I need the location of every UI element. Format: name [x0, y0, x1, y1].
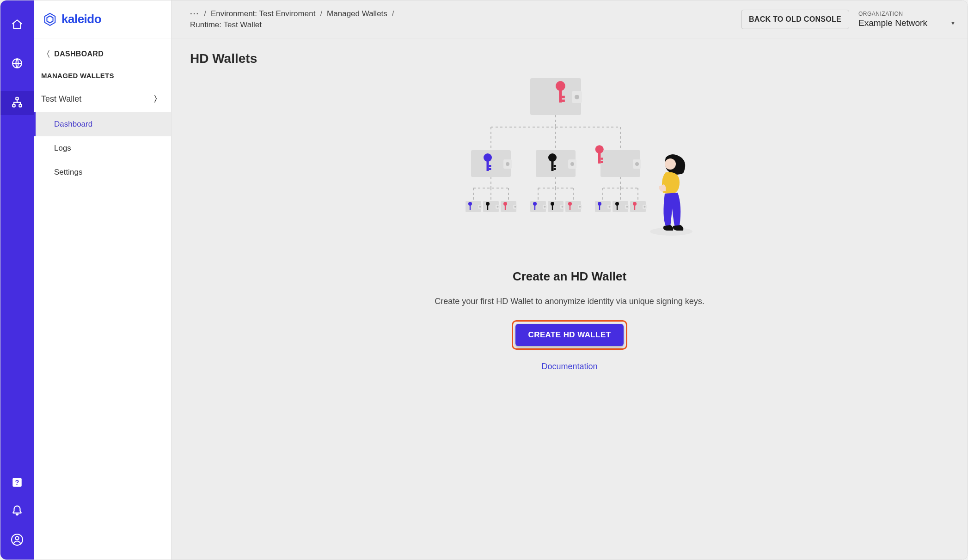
sidebar-wallet-row[interactable]: Test Wallet 〉	[34, 86, 171, 112]
hero-illustration	[190, 75, 949, 251]
brand-logo: kaleido	[43, 12, 101, 26]
bell-icon	[11, 505, 23, 519]
rail-home[interactable]	[0, 13, 34, 37]
network-icon	[11, 96, 23, 110]
sidebar: kaleido 〈 DASHBOARD MANAGED WALLETS Test…	[34, 0, 172, 560]
hero: Create an HD Wallet Create your first HD…	[190, 75, 949, 371]
create-hd-wallet-button[interactable]: CREATE HD WALLET	[515, 324, 624, 346]
rail-globe[interactable]	[0, 52, 34, 76]
back-to-old-console-button[interactable]: BACK TO OLD CONSOLE	[741, 10, 849, 29]
globe-icon	[11, 57, 23, 71]
breadcrumb-category[interactable]: Managed Wallets	[327, 9, 387, 18]
svg-marker-8	[45, 13, 55, 25]
nav-rail: ?	[0, 0, 34, 560]
sidebar-section-label: MANAGED WALLETS	[34, 65, 171, 86]
chevron-right-icon: 〉	[153, 93, 162, 104]
chevron-left-icon: 〈	[42, 49, 50, 60]
sidebar-item-label: Dashboard	[54, 120, 92, 128]
brand-name: kaleido	[61, 12, 101, 26]
breadcrumb-more[interactable]: ···	[190, 9, 199, 18]
breadcrumb-env[interactable]: Environment: Test Enviroment	[211, 9, 315, 18]
page-title: HD Wallets	[190, 51, 949, 66]
hd-wallet-diagram-icon	[440, 75, 699, 251]
content: HD Wallets	[172, 38, 968, 560]
sidebar-item-logs[interactable]: Logs	[34, 136, 171, 160]
sidebar-back[interactable]: 〈 DASHBOARD	[34, 38, 171, 65]
sidebar-item-label: Settings	[54, 168, 82, 177]
user-icon	[11, 534, 23, 548]
sidebar-item-label: Logs	[54, 144, 71, 152]
org-value: Example Network	[858, 18, 927, 28]
svg-point-7	[15, 536, 18, 540]
help-icon: ?	[11, 476, 23, 490]
home-icon	[11, 18, 23, 32]
breadcrumb-sep: /	[392, 9, 394, 18]
documentation-link[interactable]: Documentation	[541, 362, 597, 371]
sidebar-wallet-name: Test Wallet	[41, 94, 81, 104]
rail-help[interactable]: ?	[0, 476, 34, 490]
org-label: ORGANIZATION	[858, 11, 956, 17]
rail-user[interactable]	[0, 534, 34, 548]
breadcrumb-sep: /	[320, 9, 322, 18]
breadcrumb: ··· / Environment: Test Enviroment / Man…	[190, 9, 732, 30]
hero-title: Create an HD Wallet	[513, 269, 626, 284]
breadcrumb-sep: /	[204, 9, 206, 18]
svg-text:?: ?	[15, 478, 19, 486]
topbar: ··· / Environment: Test Enviroment / Man…	[172, 0, 968, 38]
hero-subtitle: Create your first HD Wallet to anonymize…	[435, 297, 705, 306]
rail-bell[interactable]	[0, 505, 34, 519]
caret-down-icon: ▼	[950, 20, 956, 26]
main: ··· / Environment: Test Enviroment / Man…	[172, 0, 968, 560]
svg-point-38	[665, 158, 676, 170]
sidebar-brand[interactable]: kaleido	[34, 0, 171, 38]
sidebar-item-dashboard[interactable]: Dashboard	[34, 112, 171, 136]
sidebar-back-label: DASHBOARD	[54, 50, 104, 58]
sidebar-subnav: Dashboard Logs Settings	[34, 112, 171, 184]
brand-logo-icon	[43, 12, 57, 26]
app-root: ? kaleido	[0, 0, 968, 560]
rail-network[interactable]	[0, 91, 34, 115]
breadcrumb-runtime: Runtime: Test Wallet	[190, 20, 262, 30]
rail-bottom: ?	[0, 476, 34, 560]
org-selector[interactable]: ORGANIZATION Example Network ▼	[858, 11, 956, 28]
sidebar-item-settings[interactable]: Settings	[34, 160, 171, 184]
highlight-ring: CREATE HD WALLET	[512, 320, 628, 350]
svg-marker-9	[47, 16, 53, 23]
